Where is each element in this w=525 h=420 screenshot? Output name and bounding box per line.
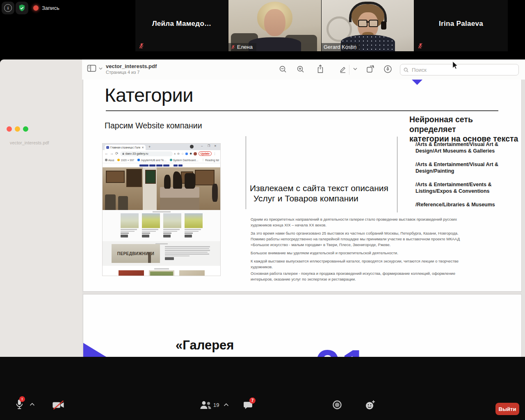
chat-button[interactable]: 7 — [243, 401, 253, 412]
exhibition-section: ПЕРЕДВИЖНИКИ — [103, 241, 220, 266]
middle-heading-line1: Извлекаем с сайта текст описания — [250, 183, 389, 193]
pen-nib-circle-icon — [383, 65, 392, 73]
zoom-out-button[interactable] — [279, 65, 287, 73]
markup-toolbar-button[interactable] — [383, 65, 392, 73]
toolbar-divider — [349, 65, 349, 75]
search-field[interactable] — [400, 64, 519, 75]
close-traffic-light[interactable] — [7, 126, 12, 132]
paragraph: Основная работа галереи - покупка и прод… — [251, 271, 471, 282]
audio-alert-badge: ! — [19, 396, 25, 402]
pdf-page-4: Категории Парсим Website компании Нейрон… — [83, 80, 521, 291]
leave-button[interactable]: Выйти — [495, 403, 519, 415]
page-indicator: Страница 4 из 7 — [106, 70, 157, 75]
recording-indicator: Запись — [33, 5, 59, 11]
audio-button[interactable]: ! — [14, 399, 25, 412]
url-text: daev-33-gallery.ru — [126, 152, 148, 155]
product-card — [121, 213, 139, 237]
reading-list-item: ⋮Reading list — [202, 158, 219, 162]
back-icon: ← — [105, 152, 108, 155]
chevron-down-icon — [353, 68, 357, 71]
participants-icon — [199, 400, 212, 410]
forward-icon: → — [110, 152, 114, 155]
document-title-block: vector_interests.pdf Страница 4 из 7 — [106, 63, 157, 75]
security-button[interactable] — [16, 2, 28, 14]
audio-options-chevron[interactable] — [30, 403, 35, 406]
mouse-cursor — [452, 61, 459, 70]
gallery-photo — [103, 167, 220, 210]
menu-dots-icon: ⋮ — [213, 152, 216, 155]
lock-icon — [122, 152, 124, 155]
bookmark-item: System Dashboard… — [170, 159, 199, 162]
slide-body-text: Одним из приоритетных направлений в деят… — [251, 217, 471, 285]
participant-label: Gerard Kostin — [322, 43, 360, 51]
zoom-in-button[interactable] — [297, 65, 305, 73]
video-tile-leila[interactable]: Лейла Мамедо… — [135, 0, 228, 51]
category-item: /Reference/Libraries & Museums — [415, 201, 520, 208]
profile-avatar — [194, 152, 197, 155]
website-content: ПЕРЕДВИЖНИКИ — [103, 163, 220, 276]
record-button[interactable] — [332, 399, 342, 412]
zoom-icon: ⊖ — [177, 152, 180, 155]
search-input[interactable] — [411, 66, 515, 73]
column-divider — [397, 137, 397, 212]
tab-close-icon: ✕ — [142, 146, 144, 149]
participant-name: Gerard Kostin — [324, 44, 356, 50]
favicon — [106, 146, 109, 149]
markup-pencil-button[interactable] — [339, 65, 347, 73]
participant-label: Елена — [228, 43, 256, 51]
rotate-icon — [366, 65, 375, 73]
right-heading-line1: Нейронная сеть определяет — [409, 115, 520, 134]
translate-icon: ᴀ — [174, 152, 176, 155]
meeting-topbar: i Запись — [2, 2, 59, 14]
pencil-icon — [339, 65, 347, 73]
participants-button[interactable] — [199, 400, 212, 412]
reactions-button[interactable] — [365, 399, 376, 412]
slide-accent-triangle — [83, 343, 106, 357]
participants-options-chevron[interactable] — [224, 403, 229, 406]
next-slide-heading: «Галерея — [176, 338, 234, 353]
slide-middle-heading: Извлекаем с сайта текст описания Услуг и… — [250, 183, 389, 203]
zoom-bottom-bar: ! Звук Включить видео 19 Участники 7 Чат… — [0, 357, 525, 420]
window-minimize-icon: – — [201, 144, 203, 148]
video-tile-irina[interactable]: Irina Palaeva — [414, 0, 508, 51]
share-icon — [316, 64, 324, 73]
pdf-page-5: «Галерея 01 — [83, 294, 521, 357]
muted-mic-icon — [417, 43, 423, 49]
news-card — [179, 270, 205, 276]
exhibition-banner: ПЕРЕДВИЖНИКИ — [112, 244, 160, 263]
minimize-traffic-light[interactable] — [15, 126, 20, 132]
markup-options-button[interactable] — [353, 68, 357, 71]
sidebar-toggle-button[interactable] — [87, 64, 103, 73]
column-divider — [246, 136, 246, 209]
zoom-in-icon — [297, 65, 305, 73]
video-tile-elena[interactable]: Елена — [228, 0, 321, 51]
slide-right-heading: Нейронная сеть определяет категории на о… — [409, 115, 520, 144]
middle-heading-line2: Услуг и Товаров компании — [250, 193, 389, 203]
reactions-smiley-icon — [365, 399, 376, 411]
participant-name: Елена — [237, 44, 253, 50]
document-title: vector_interests.pdf — [106, 63, 157, 69]
preview-sidebar-panel: vector_interests.pdf — [0, 59, 82, 357]
document-view[interactable]: Категории Парсим Website компании Нейрон… — [82, 80, 525, 357]
meeting-info-button[interactable]: i — [2, 2, 14, 14]
maximize-traffic-light[interactable] — [23, 126, 28, 132]
next-slide-number: 01 — [314, 343, 368, 357]
participant-name: Лейла Мамедо… — [135, 20, 228, 28]
paragraph: Одним из приоритетных направлений в деят… — [251, 217, 471, 228]
news-section — [103, 266, 220, 276]
sidebar-icon — [87, 64, 97, 73]
bookmark-star-icon: ☆ — [181, 152, 184, 155]
browser-tab: Главная страница | Галерея ис… ✕ — [105, 145, 146, 150]
share-button[interactable] — [316, 64, 324, 73]
video-button[interactable] — [52, 400, 65, 412]
rotate-button[interactable] — [366, 65, 375, 73]
site-nav — [103, 163, 220, 167]
category-item: /Arts & Entertainment/Visual Art & Desig… — [415, 141, 520, 154]
extension-icon: ✱ — [189, 152, 192, 155]
browser-tab-bar: Главная страница | Галерея ис… ✕ + – ❐ ✕ — [103, 144, 220, 150]
website-screenshot: Главная страница | Галерея ис… ✕ + – ❐ ✕… — [103, 144, 220, 276]
video-tile-gerard-active-speaker[interactable]: Gerard Kostin — [322, 0, 414, 51]
muted-mic-icon — [231, 45, 235, 50]
chevron-down-icon — [99, 67, 103, 70]
muted-mic-icon — [138, 43, 144, 49]
